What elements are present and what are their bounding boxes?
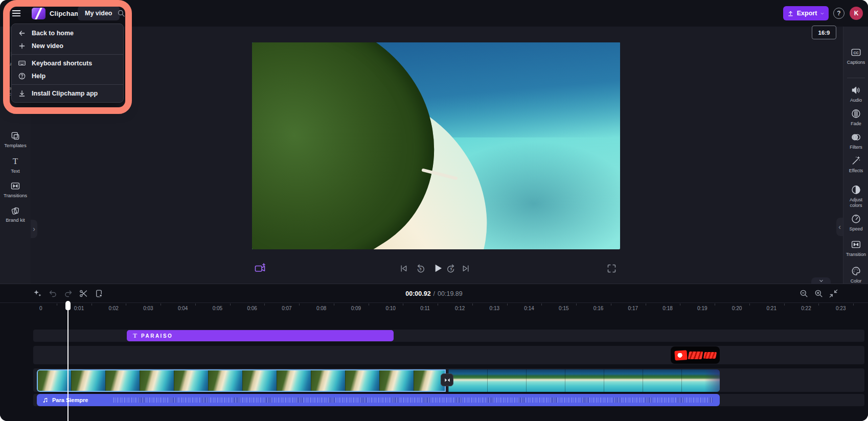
ruler-tick — [576, 303, 577, 306]
auto-frame-button[interactable] — [254, 262, 266, 274]
sidebar-item-label: Captions — [846, 60, 866, 65]
skip-to-end-button[interactable] — [461, 264, 471, 273]
ruler-label: 0:04 — [178, 306, 188, 311]
timeline-toolbar: 00:00.92 / 00:19.89 — [0, 284, 868, 303]
ruler-tick — [334, 303, 334, 306]
menu-divider — [12, 84, 123, 85]
play-button[interactable] — [431, 262, 444, 275]
video-preview[interactable] — [252, 42, 620, 249]
redo-icon[interactable] — [63, 289, 73, 298]
ruler-tick — [126, 303, 126, 306]
hamburger-menu-button[interactable] — [10, 8, 22, 19]
help-button[interactable]: ? — [833, 8, 844, 19]
split-scissors-icon[interactable] — [79, 289, 88, 298]
audio-icon — [851, 85, 861, 96]
subscribe-sticker-clip[interactable] — [671, 346, 720, 364]
svg-text:5: 5 — [420, 267, 422, 271]
sidebar-item-fade[interactable]: Fade — [843, 108, 868, 127]
menu-item-label: Back to home — [32, 30, 74, 37]
sidebar-item-speed[interactable]: Speed — [843, 214, 868, 232]
ruler-tick — [749, 303, 750, 306]
sidebar-divider — [847, 78, 865, 78]
ruler-tick — [230, 303, 231, 306]
zoom-out-icon[interactable] — [799, 289, 809, 298]
playhead-handle[interactable] — [65, 301, 71, 310]
duplicate-icon[interactable] — [94, 289, 104, 298]
sidebar-item-color[interactable]: Color — [843, 266, 868, 284]
ruler-tick — [403, 303, 403, 306]
download-icon — [18, 89, 26, 98]
sidebar-item-adjust-colors[interactable]: Adjust colors — [843, 184, 868, 208]
menu-item-back-to-home[interactable]: Back to home — [12, 27, 123, 39]
playhead[interactable] — [67, 301, 68, 421]
ruler-label: 0:02 — [108, 306, 118, 311]
ruler-label: 0:09 — [351, 306, 361, 311]
sidebar-item-transition[interactable]: Transition — [843, 239, 868, 258]
ruler-tick — [541, 303, 542, 306]
sidebar-item-label: Fade — [850, 121, 862, 127]
ruler-tick — [680, 303, 680, 306]
sidebar-item-templates[interactable]: Templates — [0, 131, 31, 149]
menu-item-install-app[interactable]: Install Clipchamp app — [12, 87, 123, 100]
sidebar-item-captions[interactable]: CC Captions — [843, 47, 868, 65]
music-note-icon — [42, 397, 49, 404]
forward-5s-button[interactable]: 5 — [446, 263, 456, 274]
help-label: ? — [837, 10, 840, 17]
timeline-ruler[interactable]: 00:010:020:030:040:050:060:070:080:090:1… — [0, 303, 868, 314]
speed-icon — [851, 214, 861, 224]
video-clip-2[interactable] — [448, 369, 720, 392]
sidebar-item-label: Effects — [848, 168, 864, 174]
expand-left-panel-button[interactable]: › — [31, 220, 37, 238]
sidebar-item-effects[interactable]: Effects — [843, 155, 868, 174]
text-clip[interactable]: T PARAISO — [127, 330, 394, 341]
ruler-tick — [818, 303, 819, 306]
ruler-label: 0:17 — [628, 306, 638, 311]
fit-to-screen-icon[interactable] — [829, 289, 838, 298]
ruler-tick — [472, 303, 473, 306]
aspect-ratio-badge[interactable]: 16:9 — [812, 26, 836, 39]
ruler-tick — [369, 303, 369, 306]
transitions-icon — [10, 181, 20, 191]
clip-transition-button[interactable] — [441, 373, 453, 386]
enhance-icon[interactable] — [33, 289, 42, 298]
video-clip-1[interactable] — [37, 369, 446, 392]
ruler-label: 0:22 — [801, 306, 811, 311]
export-button[interactable]: Export — [783, 6, 829, 20]
topbar: Clipchamp My video Export ? K — [0, 0, 868, 27]
search-icon[interactable] — [117, 9, 126, 18]
rewind-5s-button[interactable]: 5 — [415, 263, 426, 274]
menu-item-help[interactable]: Help — [12, 69, 123, 82]
ruler-label: 0:14 — [524, 306, 534, 311]
adjust-colors-icon — [851, 184, 861, 195]
menu-item-new-video[interactable]: New video — [12, 39, 123, 52]
skip-to-start-button[interactable] — [399, 264, 408, 273]
sidebar-item-filters[interactable]: Filters — [843, 132, 868, 150]
ruler-tick — [784, 303, 785, 306]
ruler-label: 0:08 — [316, 306, 326, 311]
current-time: 00:00.92 — [405, 290, 430, 297]
account-avatar[interactable]: K — [850, 7, 863, 20]
clipchamp-editor-window: Clipchamp My video Export ? K Your media… — [0, 0, 868, 421]
sidebar-item-brand-kit[interactable]: Brand kit — [0, 205, 31, 223]
keyboard-icon — [18, 59, 26, 67]
audio-clip[interactable]: Para Siempre — [37, 394, 720, 406]
clipchamp-logo-icon — [32, 8, 45, 19]
total-time: 00:19.89 — [438, 290, 463, 297]
fullscreen-button[interactable] — [606, 263, 617, 274]
audio-clip-label: Para Siempre — [52, 397, 88, 403]
menu-item-keyboard-shortcuts[interactable]: Keyboard shortcuts — [12, 57, 123, 69]
ruler-tick — [264, 303, 265, 306]
menu-item-label: Help — [32, 73, 45, 80]
ruler-tick — [438, 303, 438, 306]
undo-icon[interactable] — [48, 289, 58, 298]
sidebar-item-text[interactable]: T Text — [0, 156, 31, 174]
sidebar-item-audio[interactable]: Audio — [843, 85, 868, 103]
text-clip-type-icon: T — [133, 332, 137, 340]
zoom-in-icon[interactable] — [814, 289, 824, 298]
sidebar-item-label: Brand kit — [6, 218, 25, 223]
sidebar-item-transitions[interactable]: Transitions — [0, 181, 31, 199]
collapse-right-panel-button[interactable]: ‹ — [836, 218, 843, 236]
audio-waveform — [113, 397, 713, 403]
sidebar-item-label: Adjust colors — [843, 197, 868, 208]
project-title-tab[interactable]: My video — [78, 6, 120, 20]
